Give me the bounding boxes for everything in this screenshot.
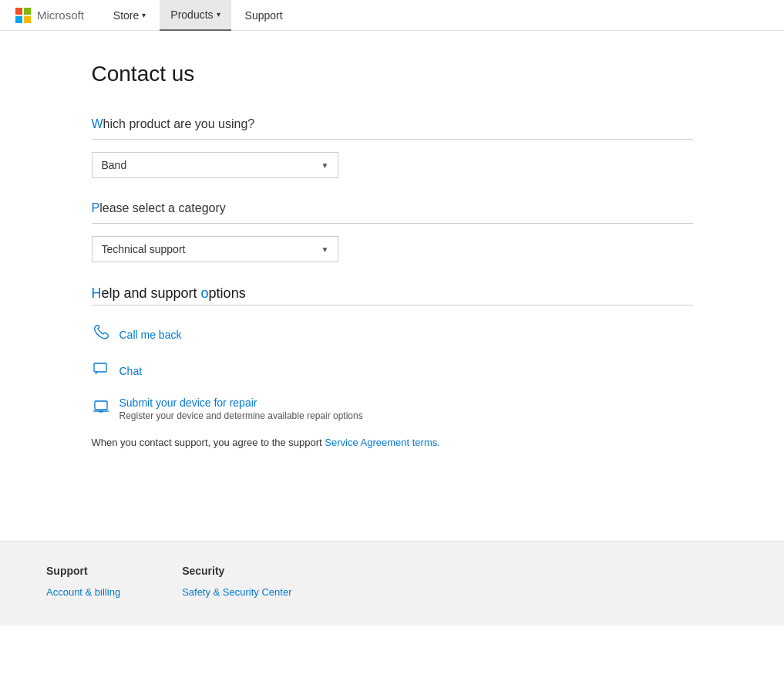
footer-col-security: Security Safety & Security Center <box>182 565 291 602</box>
page-title: Contact us <box>92 62 693 86</box>
chat-link[interactable]: Chat <box>119 365 143 377</box>
nav-support-label: Support <box>245 9 283 22</box>
main-content: Contact us Which product are you using? … <box>45 31 739 494</box>
ms-logo-grid <box>15 8 31 23</box>
footer-support-heading: Support <box>46 565 120 577</box>
product-question-highlight: W <box>92 117 103 130</box>
footer-col-support: Support Account & billing <box>46 565 120 602</box>
footer: Support Account & billing Security Safet… <box>0 541 784 626</box>
footer-security-heading: Security <box>182 565 291 577</box>
category-question-p: P <box>92 201 100 214</box>
microsoft-logo[interactable]: Microsoft <box>15 8 84 23</box>
products-chevron-icon: ▾ <box>217 10 220 19</box>
service-agreement-link[interactable]: Service Agreement terms. <box>325 437 440 448</box>
repair-option[interactable]: Submit your device for repair Register y… <box>92 397 693 421</box>
category-question-text: lease select a category <box>99 201 226 214</box>
navigation: Microsoft Store ▾ Products ▾ Support <box>0 0 784 31</box>
product-select[interactable]: Band Surface Xbox Windows Office <box>92 152 338 178</box>
help-section-header: Help and support options <box>92 285 693 302</box>
nav-menu: Store ▾ Products ▾ Support <box>103 0 294 31</box>
category-select[interactable]: Technical support Warranty Billing Other <box>92 236 338 262</box>
footer-security-link-0[interactable]: Safety & Security Center <box>182 586 291 598</box>
nav-item-support[interactable]: Support <box>234 0 294 31</box>
repair-description: Register your device and determine avail… <box>119 410 363 421</box>
product-question-text: hich product are you using? <box>103 117 255 130</box>
category-select-wrapper: Technical support Warranty Billing Other <box>92 236 338 262</box>
help-title: Help and support options <box>92 285 693 302</box>
help-title-text: elp and support <box>102 285 201 301</box>
help-divider <box>92 305 693 305</box>
help-title-text2: ptions <box>209 285 246 301</box>
footer-support-link-0[interactable]: Account & billing <box>46 586 120 598</box>
svg-rect-0 <box>94 363 106 372</box>
nav-products-label: Products <box>170 8 213 21</box>
call-option[interactable]: Call me back <box>92 324 693 345</box>
repair-content: Submit your device for repair Register y… <box>119 397 363 421</box>
help-o: o <box>201 285 209 301</box>
product-section: Which product are you using? Band Surfac… <box>92 117 693 178</box>
help-section: Help and support options Call me back Ch… <box>92 285 693 448</box>
category-question: Please select a category <box>92 201 226 214</box>
help-h: H <box>92 285 102 301</box>
nav-store-label: Store <box>113 9 139 22</box>
logo-text: Microsoft <box>37 8 84 22</box>
product-select-wrapper: Band Surface Xbox Windows Office <box>92 152 338 178</box>
product-section-header: Which product are you using? <box>92 117 693 140</box>
store-chevron-icon: ▾ <box>142 11 146 19</box>
repair-link[interactable]: Submit your device for repair <box>119 397 257 409</box>
call-link[interactable]: Call me back <box>119 329 182 341</box>
laptop-icon <box>92 398 110 419</box>
footer-grid: Support Account & billing Security Safet… <box>46 565 738 602</box>
chat-option[interactable]: Chat <box>92 360 693 381</box>
agreement-prefix: When you contact support, you agree to t… <box>92 437 325 448</box>
nav-item-store[interactable]: Store ▾ <box>103 0 156 31</box>
svg-rect-2 <box>99 411 103 413</box>
phone-icon <box>92 324 110 345</box>
category-section: Please select a category Technical suppo… <box>92 201 693 262</box>
chat-icon <box>92 360 110 381</box>
category-section-header: Please select a category <box>92 201 693 224</box>
svg-rect-1 <box>95 401 107 410</box>
product-question: Which product are you using? <box>92 117 255 130</box>
agreement-text: When you contact support, you agree to t… <box>92 437 693 448</box>
nav-item-products[interactable]: Products ▾ <box>160 0 230 31</box>
